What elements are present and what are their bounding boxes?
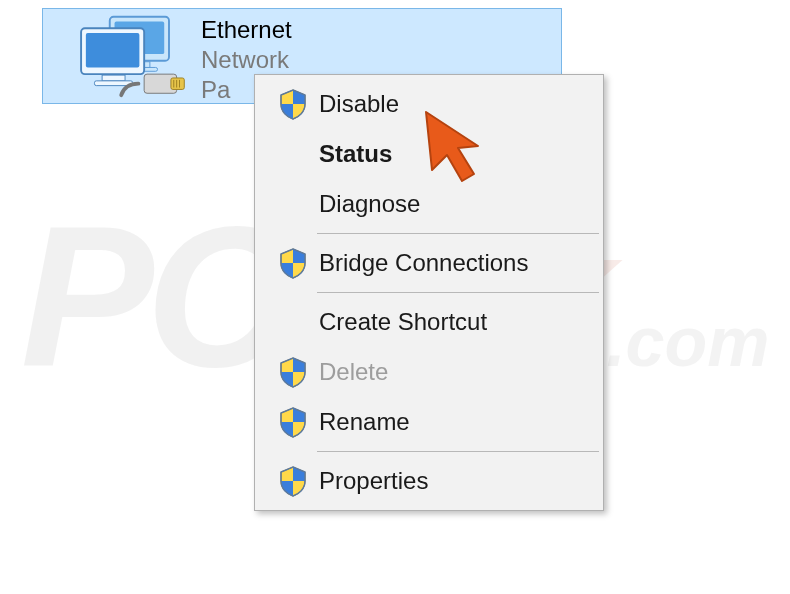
watermark-pc: PC <box>20 185 282 408</box>
menu-label-delete: Delete <box>319 358 388 386</box>
menu-item-status[interactable]: Status <box>257 129 601 179</box>
adapter-status: Network <box>201 45 292 75</box>
menu-label-status: Status <box>319 140 392 168</box>
empty-icon-slot <box>267 302 319 342</box>
menu-label-rename: Rename <box>319 408 410 436</box>
svg-rect-11 <box>171 78 184 89</box>
menu-item-rename[interactable]: Rename <box>257 397 601 447</box>
menu-item-properties[interactable]: Properties <box>257 456 601 506</box>
menu-separator <box>317 451 599 452</box>
shield-icon <box>267 352 319 392</box>
menu-label-create-shortcut: Create Shortcut <box>319 308 487 336</box>
empty-icon-slot <box>267 184 319 224</box>
shield-icon <box>267 84 319 124</box>
menu-separator <box>317 233 599 234</box>
shield-icon <box>267 402 319 442</box>
watermark-com: .com <box>606 303 769 381</box>
menu-item-bridge-connections[interactable]: Bridge Connections <box>257 238 601 288</box>
context-menu: Disable Status Diagnose Bridge Connectio… <box>254 74 604 511</box>
menu-label-diagnose: Diagnose <box>319 190 420 218</box>
menu-item-delete: Delete <box>257 347 601 397</box>
menu-separator <box>317 292 599 293</box>
menu-label-bridge: Bridge Connections <box>319 249 528 277</box>
empty-icon-slot <box>267 134 319 174</box>
menu-label-disable: Disable <box>319 90 399 118</box>
svg-rect-8 <box>102 75 125 81</box>
adapter-title: Ethernet <box>201 15 292 45</box>
network-adapter-icon <box>51 13 201 99</box>
menu-item-diagnose[interactable]: Diagnose <box>257 179 601 229</box>
menu-label-properties: Properties <box>319 467 428 495</box>
shield-icon <box>267 243 319 283</box>
shield-icon <box>267 461 319 501</box>
menu-item-disable[interactable]: Disable <box>257 79 601 129</box>
svg-rect-7 <box>86 33 140 67</box>
menu-item-create-shortcut[interactable]: Create Shortcut <box>257 297 601 347</box>
